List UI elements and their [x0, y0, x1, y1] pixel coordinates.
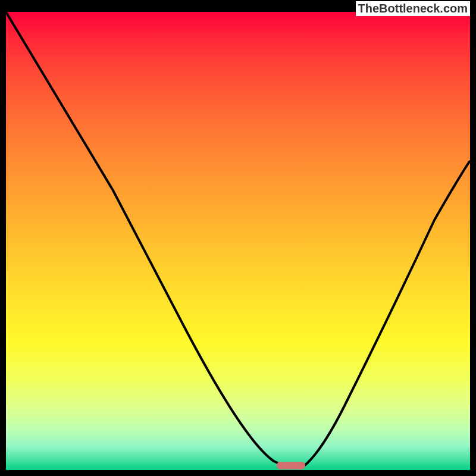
- chart-area: [6, 12, 470, 470]
- optimal-marker: [277, 462, 305, 469]
- watermark-label: TheBottleneck.com: [356, 1, 470, 16]
- bottleneck-curve: [6, 12, 470, 470]
